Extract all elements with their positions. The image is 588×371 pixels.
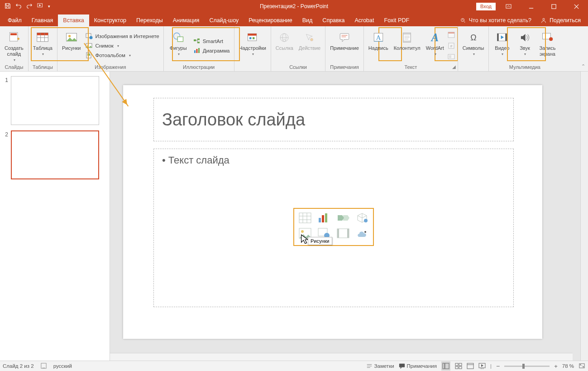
tell-me-search[interactable]: Что вы хотите сделать? xyxy=(455,17,536,26)
smartart-button[interactable]: SmartArt xyxy=(192,37,231,45)
group-label-comments: Примечания xyxy=(325,63,363,71)
tab-file[interactable]: Файл xyxy=(3,14,27,26)
sorter-view-icon[interactable] xyxy=(455,362,462,370)
ribbon-display-icon[interactable] xyxy=(498,0,518,13)
slide-counter[interactable]: Слайд 2 из 2 xyxy=(3,363,34,369)
svg-text:A: A xyxy=(376,34,381,41)
screenrec-button[interactable]: Запись экрана xyxy=(537,28,558,63)
vertical-scrollbar[interactable] xyxy=(580,72,588,361)
tab-home[interactable]: Главная xyxy=(27,14,58,26)
spellcheck-icon[interactable] xyxy=(40,362,47,370)
shapes-button[interactable]: Фигуры xyxy=(167,28,190,63)
maximize-icon[interactable] xyxy=(544,0,564,13)
content-placeholder[interactable]: Текст слайда xyxy=(153,149,514,307)
horizontal-scrollbar[interactable] xyxy=(110,353,573,361)
headerfooter-button[interactable]: Колонтитул xyxy=(392,28,422,63)
slide-number-icon[interactable]: # xyxy=(448,42,455,49)
ph-3d-icon[interactable] xyxy=(356,212,368,225)
notes-button[interactable]: Заметки xyxy=(366,363,394,369)
svg-rect-38 xyxy=(340,34,349,39)
tab-acrobat[interactable]: Acrobat xyxy=(349,14,379,26)
object-icon[interactable] xyxy=(448,53,455,60)
qat-more-icon[interactable]: ▾ xyxy=(48,4,50,9)
thumbnail-2[interactable]: 2 xyxy=(0,130,110,184)
group-label-media: Мультимедиа xyxy=(489,63,560,71)
login-button[interactable]: Вход xyxy=(476,3,496,10)
tab-slideshow[interactable]: Слайд-шоу xyxy=(204,14,244,26)
svg-text:A: A xyxy=(430,31,439,43)
ph-smartart-icon[interactable] xyxy=(337,212,349,225)
photo-album-button[interactable]: Фотоальбом▾ xyxy=(84,51,160,59)
ph-table-icon[interactable] xyxy=(299,212,311,225)
svg-rect-85 xyxy=(443,363,445,369)
link-button[interactable]: Ссылка xyxy=(274,28,295,63)
collapse-ribbon-icon[interactable]: ⌃ xyxy=(581,63,585,69)
tab-view[interactable]: Вид xyxy=(297,14,318,26)
slide-canvas[interactable]: Заголовок слайда Текст слайда xyxy=(123,85,542,339)
screenshot-button[interactable]: Снимок▾ xyxy=(84,42,160,50)
shapes-label: Фигуры xyxy=(170,45,187,51)
svg-point-5 xyxy=(464,22,465,23)
svg-point-37 xyxy=(310,39,313,41)
audio-label: Звук xyxy=(520,45,530,51)
svg-rect-78 xyxy=(347,229,349,238)
tab-insert[interactable]: Вставка xyxy=(58,14,89,26)
ph-chart-icon[interactable] xyxy=(318,212,330,225)
save-icon[interactable] xyxy=(5,3,11,10)
svg-rect-29 xyxy=(198,48,200,53)
reading-view-icon[interactable] xyxy=(467,362,474,370)
thumbnail-1[interactable]: 1 xyxy=(0,75,110,130)
chart-label: Диаграмма xyxy=(203,48,230,53)
headerfooter-label: Колонтитул xyxy=(394,45,421,51)
close-icon[interactable] xyxy=(566,0,586,13)
textbox-button[interactable]: A Надпись xyxy=(367,28,390,63)
minimize-icon[interactable] xyxy=(521,0,541,13)
audio-button[interactable]: Звук xyxy=(514,28,535,63)
title-bar: ▾ Презентация2 - PowerPoint Вход xyxy=(0,0,588,13)
svg-rect-89 xyxy=(455,366,458,369)
video-button[interactable]: Видео xyxy=(492,28,512,63)
pictures-button[interactable]: Рисунки xyxy=(60,28,83,63)
tab-foxit[interactable]: Foxit PDF xyxy=(379,14,415,26)
chart-button[interactable]: Диаграмма xyxy=(192,47,231,55)
svg-rect-56 xyxy=(449,55,451,58)
online-images-button[interactable]: Изображения в Интернете xyxy=(84,32,160,40)
symbols-button[interactable]: Ω Символы xyxy=(461,28,486,63)
comments-button[interactable]: Примечания xyxy=(399,363,437,369)
zoom-level[interactable]: 78 % xyxy=(562,363,574,369)
zoom-slider[interactable] xyxy=(504,366,550,367)
ph-icons-icon[interactable] xyxy=(356,228,368,241)
table-button[interactable]: Таблица xyxy=(31,28,54,63)
normal-view-icon[interactable] xyxy=(441,361,450,371)
date-icon[interactable] xyxy=(448,31,455,39)
comment-button[interactable]: Примечание xyxy=(328,28,361,63)
new-slide-button[interactable]: Создать слайд xyxy=(3,28,25,63)
ph-video-icon[interactable] xyxy=(337,228,349,241)
ribbon-group-illustrations: Фигуры SmartArt Диаграмма Иллюстрации xyxy=(164,26,234,71)
action-button[interactable]: Действие xyxy=(297,28,322,63)
tab-design[interactable]: Конструктор xyxy=(89,14,131,26)
svg-point-73 xyxy=(301,230,304,233)
tab-review[interactable]: Рецензирование xyxy=(244,14,297,26)
svg-rect-10 xyxy=(37,33,48,35)
share-button[interactable]: Поделиться xyxy=(536,17,585,26)
start-icon[interactable] xyxy=(37,3,43,10)
redo-icon[interactable] xyxy=(26,3,33,10)
undo-icon[interactable] xyxy=(15,3,22,10)
dialog-launcher-icon[interactable]: ◢ xyxy=(452,64,456,69)
fit-window-icon[interactable] xyxy=(578,362,585,370)
language-indicator[interactable]: русский xyxy=(53,363,72,369)
ribbon-group-images: Рисунки Изображения в Интернете Снимок▾ … xyxy=(57,26,164,71)
slideshow-view-icon[interactable] xyxy=(478,362,486,370)
tab-help[interactable]: Справка xyxy=(317,14,349,26)
tab-animations[interactable]: Анимация xyxy=(168,14,205,26)
addins-button[interactable]: Надстройки xyxy=(237,28,268,63)
thumbnail-2-preview xyxy=(11,130,99,179)
title-placeholder[interactable]: Заголовок слайда xyxy=(153,98,514,141)
zoom-out-icon[interactable]: − xyxy=(496,362,500,370)
wordart-button[interactable]: A WordArt xyxy=(424,28,446,63)
quick-access-toolbar: ▾ xyxy=(0,3,50,10)
ribbon-group-addins: Надстройки xyxy=(234,26,271,71)
tab-transitions[interactable]: Переходы xyxy=(131,14,168,26)
zoom-in-icon[interactable]: + xyxy=(554,363,558,370)
